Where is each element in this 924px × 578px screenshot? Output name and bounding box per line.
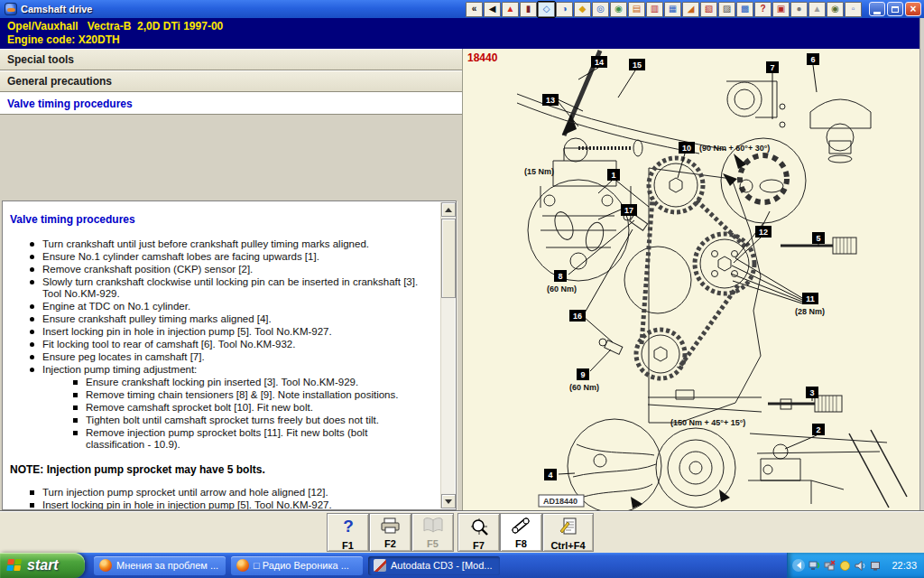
step-text: Remove crankshaft position (CKP) sensor … — [42, 264, 253, 275]
gearbox-icon[interactable]: ◉ — [827, 2, 844, 17]
bullet-marker — [30, 490, 34, 495]
svg-text:6: 6 — [810, 55, 815, 64]
procedure-step: Tighten bolt until camshaft sprocket tur… — [73, 415, 420, 426]
svg-text:12: 12 — [759, 228, 768, 237]
diagram-callout-9: 9(60 Nm) — [569, 368, 599, 392]
cabinet-icon[interactable]: ▥ — [646, 2, 663, 17]
bullet-marker — [73, 431, 78, 435]
wheel-icon[interactable]: ◎ — [592, 2, 609, 17]
restore-button[interactable] — [887, 2, 903, 16]
go-back-icon[interactable]: ◀ — [484, 2, 501, 17]
airbag-icon[interactable]: ▲ — [808, 2, 826, 17]
procedure-step: Remove injection pump sprocket bolts [11… — [73, 427, 420, 451]
gauge-icon[interactable]: ◑ — [556, 2, 573, 17]
go-first-icon[interactable]: « — [466, 2, 483, 17]
step-text: Turn injection pump sprocket until arrow… — [42, 487, 328, 499]
taskbar: start Мнения за проблем ...□ Радио Верон… — [0, 553, 924, 578]
notes-icon[interactable]: ▫ — [845, 2, 862, 17]
car-service-icon[interactable]: ▩ — [736, 2, 753, 17]
fn-button-f2[interactable]: F2 — [369, 513, 411, 552]
spray-gun-icon[interactable]: ◢ — [682, 2, 699, 17]
diagram-callout-15: 15 — [629, 59, 645, 70]
diagram-line-art — [517, 51, 907, 510]
printer-icon[interactable]: ▨ — [718, 2, 735, 17]
nav-item-special-tools[interactable]: Special tools — [0, 49, 462, 70]
nav-item-general-precautions[interactable]: General precautions — [0, 70, 462, 92]
procedure-step: Engine at TDC on No.1 cylinder. — [30, 301, 420, 312]
vehicle-header: Opel/Vauxhall Vectra-B 2,0D DTi 1997-00E… — [0, 18, 924, 49]
windows-flag-icon — [6, 559, 23, 573]
climate-icon[interactable]: ◇ — [538, 2, 555, 17]
taskbar-task[interactable]: Мнения за проблем ... — [94, 556, 226, 575]
scroll-up-button[interactable] — [441, 202, 456, 217]
taskbar-task[interactable]: □ Радио Вероника ... — [231, 556, 363, 575]
nav-item-valve-timing-procedures[interactable]: Valve timing procedures — [0, 92, 462, 115]
bearing-icon[interactable]: ● — [790, 2, 808, 17]
titlebar: Camshaft drive «◀▲▮◇◑◆◎◉▤▥▦◢▧▨▩?▣●▲◉▫ × — [0, 0, 924, 18]
diagram-callout-3: 3 — [806, 387, 818, 398]
network-offline-icon[interactable] — [824, 560, 836, 572]
engine-code: Engine code: X20DTH — [7, 33, 120, 46]
fn-button-f8[interactable]: F8 — [500, 513, 542, 552]
bullet-marker — [73, 418, 78, 423]
scroll-thumb[interactable] — [441, 219, 456, 298]
torque-label: (90 Nm + 60°+ 30°) — [699, 144, 770, 153]
mouse-icon[interactable]: ◆ — [574, 2, 591, 17]
battery-icon[interactable]: ▧ — [700, 2, 717, 17]
display-icon[interactable] — [870, 560, 882, 572]
fn-button-f7[interactable]: F7 — [457, 513, 500, 552]
diagram-callout-14: 14 — [591, 56, 607, 68]
task-label: □ Радио Вероника ... — [254, 560, 349, 571]
task-label: Мнения за проблем ... — [116, 560, 218, 571]
procedure-step: Remove timing chain tensioners [8] & [9]… — [73, 389, 420, 401]
fn-button-f1[interactable]: ?F1 — [327, 513, 369, 552]
taskbar-task[interactable]: Autodata CD3 - [Mod... — [368, 556, 500, 575]
tray-chevron-icon[interactable] — [792, 559, 805, 572]
steering-icon[interactable]: ◉ — [610, 2, 627, 17]
procedure-step: Remove crankshaft position (CKP) sensor … — [30, 264, 420, 275]
display-activity-icon[interactable] — [808, 560, 820, 572]
help-icon: ? — [339, 517, 357, 540]
scroll-down-button[interactable] — [441, 494, 456, 508]
svg-text:15: 15 — [633, 61, 642, 70]
close-button[interactable]: × — [905, 2, 921, 16]
svg-text:3: 3 — [809, 388, 814, 397]
status-yellow-icon[interactable] — [839, 560, 851, 572]
book-icon — [422, 517, 444, 538]
volume-icon[interactable] — [855, 560, 866, 572]
fn-button-ctrl-f4[interactable]: Ctrl+F4 — [542, 513, 594, 552]
engine-icon[interactable]: ▣ — [772, 2, 790, 17]
tools-icon[interactable]: ▤ — [628, 2, 645, 17]
taskbar-tasks: Мнения за проблем ...□ Радио Вероника ..… — [94, 556, 500, 575]
svg-text:?: ? — [343, 517, 354, 536]
system-tray: 22:33 — [787, 553, 924, 578]
brakes-icon[interactable]: ▮ — [520, 2, 537, 17]
scrollbar[interactable] — [440, 202, 455, 508]
engine-crane-icon[interactable]: ▦ — [664, 2, 681, 17]
function-key-bar: ?F1F2F5F7F8Ctrl+F4 — [0, 510, 924, 553]
figure-number: 18440 — [467, 51, 498, 64]
printer-icon — [380, 517, 402, 538]
svg-text:11: 11 — [806, 294, 815, 303]
procedure-body: Turn crankshaft until just before cranks… — [3, 238, 456, 510]
help-tools-icon[interactable]: ? — [754, 2, 772, 17]
bullet-marker — [30, 267, 34, 272]
torque-label: (150 Nm + 45°+ 15°) — [670, 418, 745, 427]
svg-text:1: 1 — [611, 171, 615, 180]
warning-icon[interactable]: ▲ — [502, 2, 519, 17]
start-button[interactable]: start — [0, 553, 85, 578]
taskbar-clock: 22:33 — [892, 560, 917, 571]
fn-button-f5[interactable]: F5 — [411, 513, 454, 552]
procedure-step: Ensure crankshaft pulley timing marks al… — [30, 313, 420, 325]
step-text: Ensure crankshaft locking pin inserted [… — [86, 377, 358, 388]
minimize-button[interactable] — [869, 2, 885, 16]
bullet-marker — [30, 503, 34, 508]
diagram-callout-8: 8(60 Nm) — [547, 270, 577, 294]
firefox-icon — [236, 559, 249, 572]
diagram-callout-12: 12 — [755, 226, 772, 238]
step-text: Remove timing chain tensioners [8] & [9]… — [86, 389, 398, 401]
diagram-callout-16: 16 — [569, 310, 586, 322]
bullet-marker — [30, 242, 34, 247]
diagram-callout-17: 17 — [621, 204, 637, 216]
bullet-marker — [30, 330, 34, 334]
